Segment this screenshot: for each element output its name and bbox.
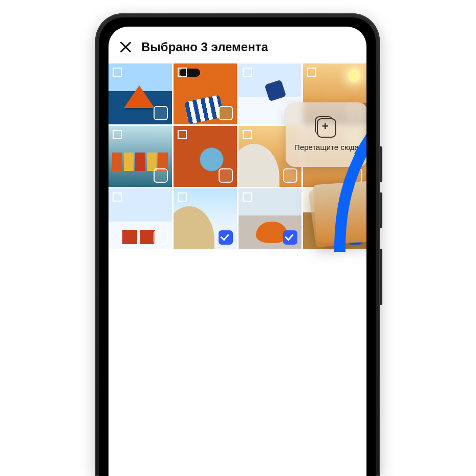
- screen: Выбрано 3 элемента: [109, 27, 366, 476]
- photo-thumbnail[interactable]: [109, 126, 172, 187]
- expand-icon: [113, 130, 122, 139]
- power-button: [380, 249, 382, 305]
- expand-icon: [178, 130, 187, 139]
- photo-thumbnail[interactable]: [174, 188, 237, 249]
- select-checkbox[interactable]: [154, 230, 168, 245]
- expand-icon: [243, 68, 252, 77]
- photo-thumbnail[interactable]: [303, 188, 366, 249]
- expand-icon: [307, 68, 316, 77]
- selection-header: Выбрано 3 элемента: [109, 27, 366, 63]
- expand-icon: [113, 68, 122, 77]
- select-checkbox[interactable]: [348, 168, 362, 183]
- phone-bezel: Выбрано 3 элемента: [99, 17, 376, 476]
- expand-icon: [178, 192, 187, 202]
- volume-up-button: [380, 146, 382, 182]
- expand-icon: [178, 68, 187, 77]
- volume-down-button: [380, 192, 382, 228]
- select-checkbox[interactable]: [348, 230, 362, 245]
- phone-frame: Выбрано 3 элемента: [95, 13, 380, 476]
- expand-icon: [307, 192, 316, 202]
- select-checkbox[interactable]: [219, 168, 233, 183]
- select-checkbox[interactable]: [154, 106, 168, 120]
- drop-target-panel[interactable]: Перетащите сюда: [286, 102, 366, 167]
- photo-thumbnail[interactable]: [239, 188, 302, 249]
- stage: Выбрано 3 элемента: [0, 0, 476, 476]
- expand-icon: [243, 130, 252, 139]
- select-checkbox[interactable]: [283, 168, 297, 183]
- select-checkbox[interactable]: [219, 106, 233, 120]
- expand-icon: [243, 192, 252, 202]
- add-to-collection-icon: [317, 118, 336, 138]
- drop-target-label: Перетащите сюда: [294, 143, 359, 152]
- expand-icon: [113, 192, 122, 202]
- photo-thumbnail[interactable]: [174, 63, 237, 124]
- photo-thumbnail[interactable]: [109, 63, 172, 124]
- selection-title: Выбрано 3 элемента: [141, 40, 268, 54]
- close-icon[interactable]: [119, 40, 132, 54]
- photo-thumbnail[interactable]: [174, 126, 237, 187]
- photo-thumbnail[interactable]: [109, 188, 172, 249]
- select-checkbox[interactable]: [219, 230, 233, 245]
- select-checkbox[interactable]: [283, 230, 297, 245]
- select-checkbox[interactable]: [154, 168, 168, 183]
